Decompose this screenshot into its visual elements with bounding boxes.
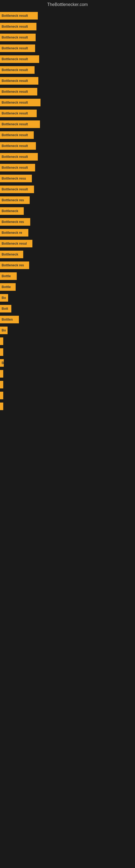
bar-row: Bottleneck result [0, 119, 135, 130]
bottleneck-bar: Bottleneck result [0, 186, 34, 193]
bar-row: Bottleneck resu [0, 173, 135, 184]
bottleneck-bar [0, 392, 3, 399]
bar-row: Bottleneck [0, 249, 135, 260]
bar-row: Bottleneck [0, 206, 135, 216]
bar-row: Bottleneck result [0, 21, 135, 32]
bar-row: B [0, 358, 135, 368]
bottleneck-bar: Bottleneck result [0, 23, 37, 30]
bottleneck-bar: Bott [0, 305, 11, 312]
bottleneck-bar [0, 337, 3, 345]
bottleneck-bar: Bottleneck res [0, 261, 29, 269]
bar-row [0, 368, 135, 379]
bar-row: Bottleneck result [0, 75, 135, 86]
bottleneck-bar: Bo [0, 294, 8, 302]
bottleneck-bar: Bottleneck result [0, 55, 39, 63]
bar-row [0, 401, 135, 412]
bottleneck-bar: Bottleneck result [0, 12, 38, 20]
site-header: TheBottlenecker.com [0, 0, 135, 9]
bar-row [0, 379, 135, 390]
bottleneck-bar: Bottleneck result [0, 88, 37, 95]
bar-row: Bottlen [0, 314, 135, 325]
bar-row [0, 347, 135, 358]
bottleneck-bar: Bottle [0, 283, 16, 291]
bar-row: Bottleneck result [0, 65, 135, 75]
bottleneck-bar [0, 370, 3, 378]
bar-row: Bottleneck res [0, 260, 135, 271]
bottleneck-bar: Bottlen [0, 316, 19, 323]
bar-row: Bottleneck result [0, 108, 135, 119]
bottleneck-bar: Bottleneck result [0, 110, 37, 117]
bottleneck-bar: Bottleneck res [0, 218, 30, 226]
bar-row: Bottleneck result [0, 184, 135, 195]
bar-row [0, 336, 135, 347]
bottleneck-bar [0, 348, 3, 356]
bar-row: Bottleneck result [0, 86, 135, 97]
bottleneck-bar: Bottleneck [0, 207, 24, 215]
bottleneck-bar: Bottleneck result [0, 164, 35, 172]
bar-row: Bottleneck resul [0, 238, 135, 249]
bottleneck-bar: Bottle [0, 272, 17, 280]
bar-row: Bottleneck result [0, 151, 135, 162]
bar-row: Bottle [0, 282, 135, 292]
bottleneck-bar: Bottleneck resu [0, 175, 32, 182]
bar-row [0, 390, 135, 401]
bar-row: Bottleneck result [0, 162, 135, 173]
bottleneck-bar [0, 381, 3, 389]
bar-row: Bottleneck re [0, 227, 135, 238]
bottleneck-bar: Bottleneck result [0, 99, 41, 106]
bottleneck-bar: Bottleneck result [0, 34, 36, 41]
bottleneck-bar: Bottleneck result [0, 142, 36, 150]
bar-row: Bo [0, 292, 135, 303]
bar-row: Bott [0, 303, 135, 314]
bottleneck-bar: B [0, 359, 4, 367]
bar-row: Bottleneck result [0, 32, 135, 43]
bar-row: Bottleneck result [0, 54, 135, 65]
bar-row: Bottleneck result [0, 141, 135, 151]
bar-row: Bottleneck res [0, 216, 135, 227]
bar-row: Bottle [0, 271, 135, 282]
bottleneck-bar: Bottleneck re [0, 229, 28, 237]
bar-row: Bottleneck res [0, 195, 135, 206]
bottleneck-bar: Bottleneck result [0, 44, 35, 52]
bottleneck-bar: Bottleneck res [0, 196, 30, 204]
bottleneck-bar: Bottleneck result [0, 66, 35, 74]
bar-row: Bottleneck result [0, 97, 135, 108]
bar-row: Bo [0, 325, 135, 336]
bottleneck-bar: Bottleneck result [0, 131, 34, 139]
bottleneck-bar: Bottleneck result [0, 120, 40, 128]
bar-row: Bottleneck result [0, 10, 135, 21]
bottleneck-bar: Bottleneck [0, 251, 23, 258]
bottleneck-bar: Bottleneck resul [0, 240, 32, 247]
bar-row: Bottleneck result [0, 130, 135, 141]
bottleneck-bar: Bo [0, 327, 8, 334]
site-title: TheBottlenecker.com [47, 2, 88, 7]
bottleneck-bar [0, 403, 3, 410]
bar-row: Bottleneck result [0, 43, 135, 54]
bottleneck-bar: Bottleneck result [0, 153, 38, 161]
bottleneck-bar: Bottleneck result [0, 77, 38, 85]
bars-container: Bottleneck resultBottleneck resultBottle… [0, 9, 135, 413]
